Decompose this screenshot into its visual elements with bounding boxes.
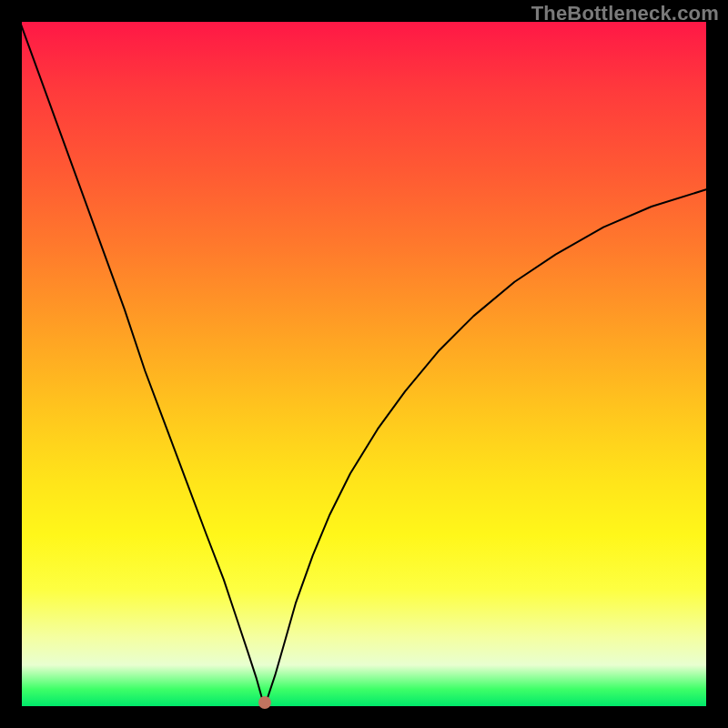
minimum-marker: [258, 696, 271, 709]
curve-layer: [22, 22, 706, 706]
plot-area: [22, 22, 706, 706]
chart-frame: TheBottleneck.com: [0, 0, 728, 728]
bottleneck-curve: [15, 8, 728, 706]
